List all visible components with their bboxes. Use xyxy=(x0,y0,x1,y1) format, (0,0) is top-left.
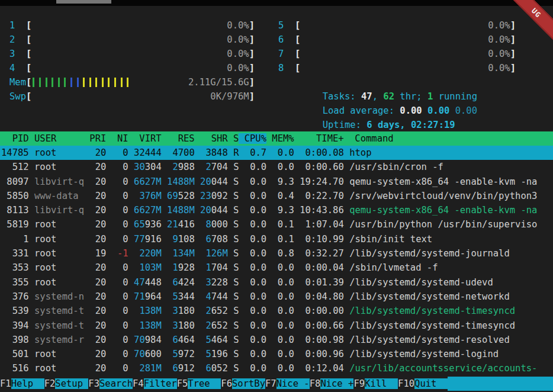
bracket-open: [ xyxy=(26,61,31,75)
column-header-virt[interactable]: VIRT xyxy=(128,133,162,144)
bracket-close: ] xyxy=(249,61,255,75)
column-header-s[interactable]: S xyxy=(228,133,239,144)
fkey-label: Nice - xyxy=(276,378,310,389)
column-header-time[interactable]: TIME+ xyxy=(294,133,344,144)
column-header-user[interactable]: USER xyxy=(29,133,84,144)
fkey-number: F1 xyxy=(0,378,11,389)
fkey-kill[interactable]: F9Kill xyxy=(353,377,398,391)
window-top-strip xyxy=(0,0,553,6)
tasks-count: 47 xyxy=(361,91,372,102)
table-row[interactable]: 5850 www-data 20 0 376M 69528 23092 S 0.… xyxy=(0,189,553,203)
column-header-shr[interactable]: SHR xyxy=(195,133,228,144)
cpu-meter-5: 5 [0.0%] xyxy=(278,18,516,33)
bracket-close: ] xyxy=(249,47,255,61)
column-header-res[interactable]: RES xyxy=(162,133,195,144)
memory-bar-tick xyxy=(83,78,85,87)
fkey-help[interactable]: F1Help xyxy=(0,377,44,391)
fkey-search[interactable]: F3Search xyxy=(88,377,133,391)
memory-bar-tick xyxy=(121,78,123,87)
cpu-meter-label: 8 xyxy=(278,61,295,75)
cpu-meter-track: 0.0% xyxy=(31,33,249,47)
fkey-sortby[interactable]: F6SortBy xyxy=(221,377,265,391)
fkey-label: Nice + xyxy=(320,378,353,389)
column-header-cpu[interactable]: CPU% xyxy=(239,133,266,144)
cpu-meter-label: 7 xyxy=(278,47,295,61)
column-header-pid[interactable]: PID xyxy=(1,133,29,144)
table-row[interactable]: 5819 root 20 0 65936 21416 8000 S 0.0 0.… xyxy=(0,217,553,232)
cpu-meter-label: 1 xyxy=(9,18,26,33)
cpu-meter-value: 0.0% xyxy=(488,47,510,61)
cpu-meter-label: 4 xyxy=(9,61,26,75)
column-header-command[interactable]: Command xyxy=(344,133,394,144)
fkey-number: F6 xyxy=(221,378,232,389)
running-count: 1 xyxy=(427,91,433,102)
table-row[interactable]: 331 root 19 -1 220M 134M 126M S 0.0 0.8 … xyxy=(0,246,553,261)
table-row[interactable]: 394 systemd-t 20 0 138M 3180 2652 S 0.0 … xyxy=(0,319,553,333)
fkey-number: F5 xyxy=(177,378,188,389)
cpu-meter-value: 0.0% xyxy=(227,61,249,75)
table-row[interactable]: 398 systemd-r 20 0 70984 6464 5464 S 0.0… xyxy=(0,333,553,347)
memory-usage-bars xyxy=(33,78,128,87)
cpu-meter-track: 0.0% xyxy=(300,47,510,61)
table-row[interactable]: 14785 root 20 0 32444 4700 3848 R 0.7 0.… xyxy=(0,146,553,160)
bracket-close: ] xyxy=(510,61,516,75)
column-header-pri[interactable]: PRI xyxy=(84,133,106,144)
table-row[interactable]: 355 root 20 0 47448 6424 3228 S 0.0 0.0 … xyxy=(0,275,553,290)
cpu-meter-value: 0.0% xyxy=(227,47,249,61)
swap-meter-label: Swp xyxy=(9,89,26,104)
cpu-meter-value: 0.0% xyxy=(488,33,510,47)
load-1min: 0.00 xyxy=(400,105,422,116)
cpu-meter-label: 5 xyxy=(278,18,295,33)
table-row[interactable]: 512 root 20 0 30304 2988 2704 S 0.0 0.0 … xyxy=(0,160,553,174)
threads-count: 62 xyxy=(383,91,394,102)
fkey-number: F7 xyxy=(265,378,276,389)
memory-bar-tick xyxy=(95,78,97,87)
fkey-label: Help xyxy=(11,378,44,389)
load-average-label: Load average: xyxy=(323,105,400,116)
fkey-nice[interactable]: F8Nice + xyxy=(310,377,354,391)
bracket-open: [ xyxy=(295,18,300,33)
fkey-number: F10 xyxy=(398,378,414,389)
column-header-mem[interactable]: MEM% xyxy=(266,133,294,144)
fkey-tree[interactable]: F5Tree xyxy=(177,377,221,391)
column-header-ni[interactable]: NI xyxy=(106,133,128,144)
memory-bar-tick xyxy=(70,78,72,87)
table-row[interactable]: 539 systemd-t 20 0 138M 3180 2652 S 0.0 … xyxy=(0,304,553,318)
table-row[interactable]: 1 root 20 0 77916 9108 6708 S 0.0 0.1 0:… xyxy=(0,232,553,246)
cpu-meter-label: 3 xyxy=(9,47,26,61)
tasks-label: Tasks: xyxy=(323,91,361,102)
swap-meter-value: 0K/976M xyxy=(210,89,249,104)
memory-bar-tick xyxy=(52,78,53,87)
memory-bar-tick xyxy=(89,78,91,87)
table-row[interactable]: 353 root 20 0 103M 1928 1704 S 0.0 0.0 0… xyxy=(0,261,553,275)
function-key-bar: F1Help F2Setup F3SearchF4FilterF5Tree F6… xyxy=(0,377,553,391)
bracket-open: [ xyxy=(26,33,31,47)
process-table-header: PID USER PRI NI VIRT RES SHR S CPU% MEM%… xyxy=(0,131,553,146)
table-row[interactable]: 501 root 20 0 70600 5972 5196 S 0.0 0.0 … xyxy=(0,347,553,361)
bracket-close: ] xyxy=(510,47,516,61)
fkey-quit[interactable]: F10Quit xyxy=(398,377,448,391)
cpu-meter-2: 2 [0.0%] xyxy=(9,33,255,47)
table-row[interactable]: 516 root 20 0 281M 6912 6052 S 0.0 0.0 0… xyxy=(0,361,553,375)
debug-ribbon-label: UG xyxy=(530,7,543,20)
fkey-label: Quit xyxy=(414,378,448,389)
memory-bar-tick xyxy=(33,78,34,87)
window-tab-handle[interactable] xyxy=(56,0,111,4)
fkey-number: F9 xyxy=(353,378,365,389)
fkey-label: Search xyxy=(99,378,133,389)
cpu-meter-4: 4 [0.0%] xyxy=(9,61,255,75)
cpu-meter-value: 0.0% xyxy=(488,61,510,75)
table-row[interactable]: 8113 libvirt-q 20 0 6627M 1488M 20044 S … xyxy=(0,203,553,217)
cpu-meter-track: 0.0% xyxy=(300,33,510,47)
memory-meter-track: 2.11G/15.6G xyxy=(31,75,249,89)
fkey-setup[interactable]: F2Setup xyxy=(44,377,89,391)
memory-bar-tick xyxy=(127,78,128,87)
fkey-label: Setup xyxy=(55,378,88,389)
fkey-filter[interactable]: F4Filter xyxy=(133,377,177,391)
cpu-meter-label: 6 xyxy=(278,33,295,47)
table-row[interactable]: 376 systemd-n 20 0 71964 5344 4744 S 0.0… xyxy=(0,290,553,304)
tasks-line: Tasks: 47, 62 thr; 1 running xyxy=(278,75,516,89)
table-row[interactable]: 8097 libvirt-q 20 0 6627M 1488M 20044 S … xyxy=(0,175,553,189)
fkey-nice[interactable]: F7Nice - xyxy=(265,377,310,391)
swap-meter: Swp[0K/976M] xyxy=(9,89,255,104)
